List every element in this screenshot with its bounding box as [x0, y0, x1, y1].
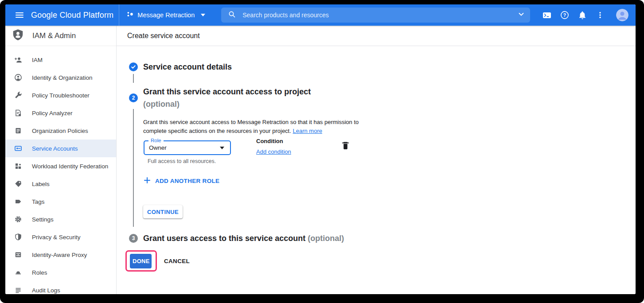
- role-field-label: Role: [148, 138, 164, 143]
- sidebar-item-labels[interactable]: Labels: [5, 175, 116, 193]
- search-chevron-down-icon[interactable]: [518, 11, 525, 19]
- audit-logs-lines-icon: [14, 286, 22, 294]
- add-another-role-button[interactable]: ADD ANOTHER ROLE: [144, 177, 219, 185]
- role-dropdown[interactable]: Role Owner: [144, 140, 231, 155]
- brand-title[interactable]: Google Cloud Platform: [31, 11, 113, 20]
- sidebar-item-settings[interactable]: Settings: [5, 210, 116, 228]
- sidebar-item-policy-troubleshooter[interactable]: Policy Troubleshooter: [5, 86, 116, 104]
- sidebar-item-iam[interactable]: IAM: [5, 51, 116, 69]
- account-avatar[interactable]: [616, 9, 628, 21]
- sidebar-item-identity-organization[interactable]: Identity & Organization: [5, 69, 116, 86]
- sidebar-item-label: Roles: [32, 269, 47, 276]
- screenshot-frame: Google Cloud Platform Message Retraction…: [0, 0, 644, 303]
- sidebar-item-label: Settings: [32, 216, 54, 223]
- cloud-shell-icon[interactable]: [543, 11, 551, 19]
- sidebar-item-label: Tags: [32, 198, 45, 205]
- wizard-canvas: Service account details 2 Grant this ser…: [117, 46, 636, 294]
- continue-button[interactable]: CONTINUE: [143, 205, 183, 218]
- step1-check-icon: [129, 62, 138, 71]
- sidebar-item-label: Service Accounts: [32, 145, 78, 152]
- done-button[interactable]: DONE: [130, 254, 152, 268]
- roles-hat-icon: [14, 268, 22, 276]
- gcp-console-window: Google Cloud Platform Message Retraction…: [5, 4, 636, 294]
- search-icon: [228, 11, 236, 20]
- sidebar-item-label: Organization Policies: [32, 128, 88, 134]
- step2-description: Grant this service account access to Mes…: [143, 118, 364, 136]
- sidebar-item-tags[interactable]: Tags: [5, 193, 116, 210]
- wrench-icon: [14, 91, 22, 99]
- condition-label: Condition: [256, 138, 283, 144]
- project-name: Message Retraction: [137, 12, 195, 19]
- step3-number-badge: 3: [129, 234, 138, 243]
- dropdown-caret-icon: [220, 147, 224, 149]
- console-body: IAM & Admin IAM Identity & Organization: [5, 26, 636, 294]
- sidebar-header: IAM & Admin: [5, 26, 116, 46]
- sidebar-item-label: Policy Troubleshooter: [32, 92, 90, 99]
- sidebar-item-label: Labels: [32, 181, 50, 187]
- org-policies-document-icon: [14, 127, 22, 135]
- learn-more-link[interactable]: Learn more: [293, 128, 322, 134]
- sidebar-item-audit-logs[interactable]: Audit Logs: [5, 281, 116, 294]
- step2-title: Grant this service account access to pro…: [143, 85, 311, 110]
- sidebar-item-organization-policies[interactable]: Organization Policies: [5, 122, 116, 140]
- step1-title: Service account details: [143, 61, 232, 73]
- sidebar-item-label: IAM: [32, 57, 43, 63]
- delete-role-trash-icon[interactable]: [342, 141, 349, 150]
- svg-text:?: ?: [563, 12, 566, 18]
- sidebar-item-label: Audit Logs: [32, 287, 60, 294]
- shield-icon: [14, 233, 22, 241]
- step2-number-badge: 2: [129, 93, 138, 102]
- sidebar-item-label: Workload Identity Federation: [32, 163, 108, 170]
- identity-aware-proxy-icon: [14, 251, 22, 259]
- tag-arrow-icon: [14, 198, 22, 206]
- sidebar-item-privacy-security[interactable]: Privacy & Security: [5, 228, 116, 246]
- sidebar-item-service-accounts[interactable]: Service Accounts: [5, 140, 116, 157]
- step3-optional-label: (optional): [308, 234, 344, 243]
- sidebar-nav: IAM Identity & Organization Policy Troub…: [5, 46, 116, 294]
- main-content: Create service account Service account d…: [117, 26, 636, 294]
- gear-icon: [14, 215, 22, 223]
- policy-analyzer-document-icon: [14, 109, 22, 117]
- app-bar: Google Cloud Platform Message Retraction…: [5, 4, 636, 26]
- more-vertical-icon[interactable]: [596, 11, 605, 19]
- plus-icon: [144, 177, 150, 185]
- sidebar-item-label: Identity & Organization: [32, 74, 93, 81]
- role-helper-text: Full access to all resources.: [148, 158, 216, 164]
- identity-person-circle-icon: [14, 74, 22, 82]
- page-title: Create service account: [127, 32, 200, 40]
- search-bar[interactable]: [221, 8, 530, 23]
- sidebar-item-roles[interactable]: Roles: [5, 264, 116, 281]
- workload-identity-grid-icon: [14, 162, 22, 170]
- step-connector: [133, 74, 134, 83]
- hamburger-menu-icon[interactable]: [16, 11, 23, 19]
- step3-title: Grant users access to this service accou…: [143, 232, 344, 245]
- search-input[interactable]: [242, 11, 518, 19]
- help-icon[interactable]: ?: [560, 11, 569, 19]
- sidebar-item-policy-analyzer[interactable]: Policy Analyzer: [5, 104, 116, 122]
- sidebar-item-label: Identity-Aware Proxy: [32, 252, 87, 258]
- sidebar-item-identity-aware-proxy[interactable]: Identity-Aware Proxy: [5, 246, 116, 264]
- step2-optional-label: (optional): [143, 100, 180, 109]
- sidebar: IAM & Admin IAM Identity & Organization: [5, 26, 117, 294]
- sidebar-title: IAM & Admin: [32, 31, 76, 40]
- cancel-button[interactable]: CANCEL: [164, 258, 190, 264]
- label-tag-icon: [14, 180, 22, 188]
- project-icon: [127, 11, 133, 19]
- step-connector: [133, 109, 134, 227]
- project-selector[interactable]: Message Retraction: [127, 11, 205, 19]
- sidebar-item-label: Privacy & Security: [32, 234, 81, 241]
- person-add-icon: [14, 56, 22, 64]
- page-header: Create service account: [117, 26, 636, 46]
- sidebar-item-workload-identity-federation[interactable]: Workload Identity Federation: [5, 157, 116, 175]
- chevron-down-icon: [201, 14, 205, 16]
- add-condition-link[interactable]: Add condition: [256, 148, 291, 155]
- sidebar-item-label: Policy Analyzer: [32, 110, 73, 117]
- notifications-bell-icon[interactable]: [578, 11, 587, 19]
- role-selected-value: Owner: [149, 144, 167, 151]
- iam-admin-shield-icon: [12, 29, 23, 43]
- appbar-actions: ?: [543, 9, 628, 21]
- appbar-divider: [119, 4, 119, 26]
- service-accounts-key-icon: [14, 144, 22, 152]
